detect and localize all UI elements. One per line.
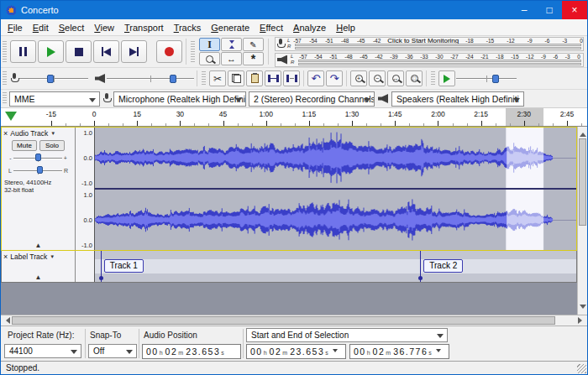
- menu-item[interactable]: View: [89, 21, 119, 34]
- redo-button[interactable]: ↷: [326, 70, 343, 86]
- track-menu-icon[interactable]: ▼: [50, 131, 55, 136]
- snap-to-select[interactable]: Off: [88, 344, 137, 358]
- pause-button[interactable]: [10, 40, 36, 63]
- undo-button[interactable]: ↶: [307, 70, 324, 86]
- zoom-out-button[interactable]: −: [369, 70, 386, 86]
- silence-audio-button[interactable]: [283, 70, 300, 86]
- menu-item[interactable]: File: [3, 21, 28, 34]
- horizontal-scrollbar[interactable]: [1, 315, 587, 326]
- horizontal-scroll-thumb[interactable]: [12, 316, 555, 325]
- menu-item[interactable]: Analyze: [288, 21, 331, 34]
- zoom-tool-button[interactable]: [199, 52, 220, 65]
- pan-thumb[interactable]: [37, 166, 43, 174]
- label-track-content[interactable]: Track 1Track 2: [95, 251, 576, 282]
- gain-thumb[interactable]: [35, 154, 41, 161]
- gain-slider[interactable]: [13, 152, 62, 164]
- collapse-track-button[interactable]: ▲: [35, 242, 42, 249]
- menu-item[interactable]: Select: [54, 21, 90, 34]
- output-volume-slider[interactable]: [107, 72, 194, 86]
- menu-item[interactable]: Effect: [255, 21, 288, 34]
- project-rate-select[interactable]: 44100: [4, 344, 81, 358]
- edit-toolbar-grip[interactable]: [202, 71, 206, 86]
- waveform-channel-right[interactable]: [95, 190, 576, 250]
- timeline-scale[interactable]: -1501530451:001:151:301:452:002:152:302:…: [1, 108, 587, 126]
- tools-toolbar-grip[interactable]: [191, 41, 195, 63]
- copy-button[interactable]: [228, 70, 244, 86]
- menu-item[interactable]: Tracks: [169, 21, 207, 34]
- timeline-ruler[interactable]: -1501530451:001:151:301:452:002:152:302:…: [1, 108, 587, 127]
- skip-to-end-button[interactable]: [121, 40, 147, 63]
- selection-mode-select[interactable]: Start and End of Selection: [246, 328, 448, 342]
- playback-speed-slider[interactable]: [456, 72, 517, 86]
- close-label-track-button[interactable]: ×: [3, 253, 8, 261]
- close-track-button[interactable]: ×: [3, 130, 8, 138]
- label-track[interactable]: × Label Track ▼ ▲ Track 1Track 2: [1, 251, 577, 283]
- minimize-button[interactable]: –: [512, 1, 537, 19]
- play-at-speed-grip[interactable]: [431, 71, 435, 86]
- selection-start-field[interactable]: 00h 02m 23.653s: [246, 344, 346, 359]
- pinned-playhead-icon[interactable]: [5, 112, 17, 121]
- input-volume-slider[interactable]: [19, 72, 88, 86]
- vertical-scrollbar[interactable]: [577, 127, 587, 315]
- menu-item[interactable]: Help: [331, 21, 360, 34]
- field-dropdown-icon[interactable]: [436, 349, 441, 355]
- zoom-to-selection-button[interactable]: ↔: [387, 70, 404, 86]
- device-toolbar-grip[interactable]: [3, 92, 7, 105]
- play-at-speed-button[interactable]: [438, 70, 455, 86]
- mixer-toolbar-grip[interactable]: [3, 71, 7, 86]
- output-volume-thumb[interactable]: [170, 75, 176, 83]
- multi-tool-button[interactable]: *: [243, 52, 264, 65]
- scroll-down-icon[interactable]: [580, 305, 586, 312]
- paste-button[interactable]: [246, 70, 263, 86]
- cut-button[interactable]: ✂: [209, 70, 226, 86]
- input-volume-thumb[interactable]: [47, 75, 54, 83]
- recording-meter[interactable]: L R -57-54-51-48-45-42 Click to Start Mo…: [275, 37, 584, 51]
- mute-button[interactable]: Mute: [12, 140, 37, 151]
- selection-tool-button[interactable]: I: [199, 38, 220, 51]
- skip-to-start-button[interactable]: [93, 40, 119, 63]
- zoom-in-button[interactable]: +: [350, 70, 367, 86]
- zoom-fit-button[interactable]: □: [406, 70, 423, 86]
- vertical-scroll-thumb[interactable]: [579, 138, 586, 226]
- label-marker-handle[interactable]: [418, 276, 423, 280]
- trim-audio-button[interactable]: [265, 70, 281, 86]
- label-marker-handle[interactable]: [99, 276, 103, 280]
- transport-toolbar-grip[interactable]: [3, 41, 7, 63]
- pan-slider[interactable]: [13, 164, 62, 176]
- scroll-up-icon[interactable]: [580, 129, 586, 137]
- recording-channels-select[interactable]: 2 (Stereo) Recording Channels: [249, 91, 375, 107]
- envelope-tool-button[interactable]: [221, 38, 242, 51]
- solo-button[interactable]: Solo: [39, 140, 65, 151]
- close-button[interactable]: ×: [562, 1, 587, 19]
- recording-device-select[interactable]: Microphone (Realtek High Defini: [113, 91, 246, 107]
- draw-tool-button[interactable]: ✎: [243, 38, 264, 51]
- menu-item[interactable]: Transport: [119, 21, 169, 34]
- menu-item[interactable]: Generate: [206, 21, 255, 34]
- audio-position-field[interactable]: 00h 02m 23.653s: [142, 344, 241, 359]
- scroll-left-icon[interactable]: [3, 317, 10, 324]
- playback-speed-thumb[interactable]: [492, 75, 499, 83]
- menu-item[interactable]: Edit: [28, 21, 54, 34]
- record-button[interactable]: [156, 40, 182, 63]
- play-button[interactable]: [38, 40, 64, 63]
- audio-track[interactable]: × Audio Track ▼ Mute Solo - + L: [1, 127, 577, 251]
- selection-end-field[interactable]: 00h 02m 36.776s: [349, 344, 449, 359]
- collapse-label-track-button[interactable]: ▲: [35, 273, 42, 281]
- field-dropdown-icon[interactable]: [333, 349, 338, 355]
- vertical-scale-ruler[interactable]: 1.0 0.0 -1.0 1.0 0.0 -1.0: [76, 128, 95, 250]
- waveform-area[interactable]: [95, 128, 576, 250]
- label-track-menu-icon[interactable]: ▼: [50, 254, 55, 259]
- waveform-channel-left[interactable]: [95, 128, 576, 188]
- label-track-name[interactable]: Label Track: [10, 253, 47, 261]
- track-name[interactable]: Audio Track: [10, 129, 48, 138]
- stop-button[interactable]: [66, 40, 92, 63]
- timeshift-tool-button[interactable]: ↔: [221, 52, 242, 65]
- label-text[interactable]: Track 2: [423, 259, 463, 273]
- scroll-right-icon[interactable]: [578, 317, 585, 324]
- audio-host-select[interactable]: MME: [9, 91, 100, 107]
- resize-grip[interactable]: [577, 364, 586, 373]
- playback-meter[interactable]: L R -57-54-51-48-45-42-39-36-33-30-27-24…: [275, 53, 584, 67]
- maximize-button[interactable]: □: [537, 1, 562, 19]
- playback-device-select[interactable]: Speakers (Realtek High Definiti: [391, 91, 524, 107]
- label-text[interactable]: Track 1: [104, 259, 144, 273]
